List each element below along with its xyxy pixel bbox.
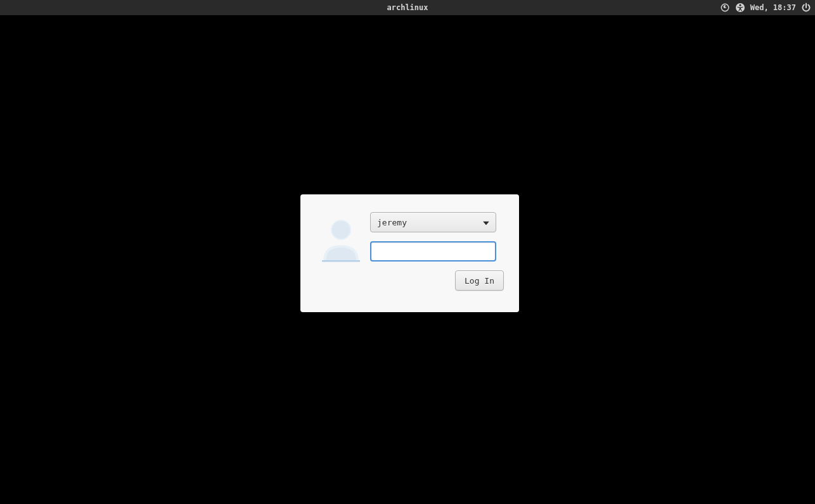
selected-user-label: jeremy: [377, 218, 407, 227]
user-avatar-icon: [319, 216, 363, 263]
login-form: jeremy Log In: [370, 212, 504, 298]
session-icon[interactable]: [720, 3, 730, 13]
datetime-label: Wed, 18:37: [750, 3, 796, 12]
accessibility-icon[interactable]: [735, 3, 745, 13]
svg-point-1: [739, 4, 741, 6]
login-button[interactable]: Log In: [455, 270, 504, 291]
svg-rect-4: [322, 260, 360, 262]
hostname-label: archlinux: [387, 0, 428, 15]
chevron-down-icon: [483, 218, 489, 227]
svg-point-3: [332, 221, 350, 239]
power-icon[interactable]: [801, 3, 811, 13]
password-input[interactable]: [370, 241, 496, 261]
avatar-section: [312, 212, 370, 298]
user-select-dropdown[interactable]: jeremy: [370, 212, 496, 232]
login-panel: jeremy Log In: [300, 194, 519, 312]
top-panel: archlinux Wed, 18:37: [0, 0, 815, 15]
panel-right-section: Wed, 18:37: [720, 0, 811, 15]
hostname-text: archlinux: [387, 3, 428, 12]
